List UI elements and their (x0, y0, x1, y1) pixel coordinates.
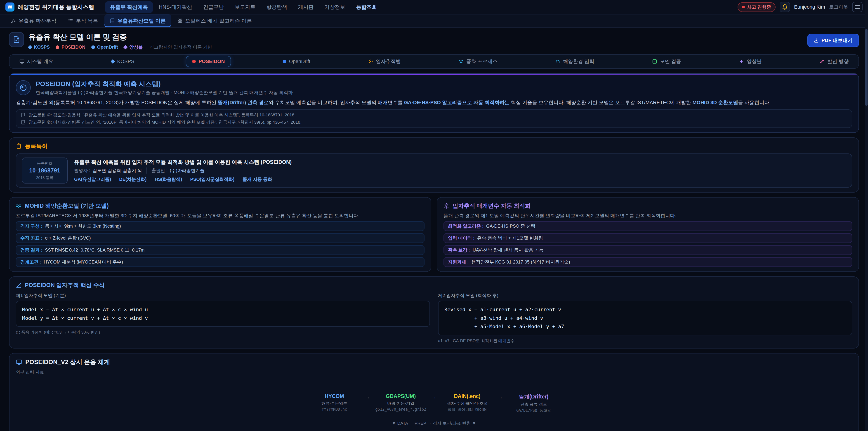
optimization-title-row: 입자추적 매개변수 자동 최적화 (443, 202, 852, 210)
tab-label: 분석 목록 (76, 18, 98, 24)
tag-label: KOSPS (34, 44, 50, 50)
kv-label: 수직 좌표 (20, 235, 42, 241)
patent-meta: 발명자 : 김도연·김용혁·김충기 외 출원인 : (주)아라종합기술 (74, 167, 291, 174)
scrollbar[interactable] (865, 0, 868, 431)
tab-analysis-list[interactable]: 분석 목록 (63, 14, 103, 27)
inventor-names: 김도연·김용혁·김충기 외 (92, 167, 142, 174)
wave-icon (459, 59, 464, 64)
kv-value: σ + Z-level 혼합 (GVC) (45, 235, 91, 241)
pill-poseidon[interactable]: POSEIDON (186, 56, 231, 67)
kv-value: SST RMSE 0.42~0.78°C, SLA RMSE 0.11~0.17… (45, 247, 145, 253)
nav-item-oil-spill-prediction[interactable]: 유출유 확산예측 (105, 1, 153, 13)
pill-label: KOSPS (117, 59, 134, 64)
patent-tag-hs[interactable]: HS(화음탐색) (155, 176, 182, 182)
ruler-icon (16, 282, 22, 288)
optimization-row-algorithm: 최적화 알고리즘 GA·DE·HS·PSO 중 선택 (443, 221, 852, 231)
node-desc: 격자·수심·해안선·조석 (441, 401, 493, 406)
patent-card: 등록특허 등록번호 10-1868791 2018 등록 유출유 확산 예측을 … (9, 137, 859, 192)
kv-value: GA·DE·HS·PSO 중 선택 (486, 223, 535, 229)
notifications-button[interactable] (780, 2, 790, 12)
mohid-row-validation: 검증 결과 SST RMSE 0.42~0.78°C, SLA RMSE 0.1… (16, 245, 425, 255)
mohid-row-vertical: 수직 좌표 σ + Z-level 혼합 (GVC) (16, 233, 425, 243)
logo-icon: W (5, 2, 14, 11)
poseidon-moon-icon (16, 80, 31, 95)
kv-value: UAV·선박 탑재 센서 동시 활용 가능 (473, 247, 544, 253)
tab-model-theory[interactable]: 유출유확산모델 이론 (104, 14, 171, 27)
optimization-row-project: 지원과제 행정안전부 KCG-01-2017-05 (해양경비지원기술) (443, 257, 852, 267)
nav-item-integrated-search[interactable]: 통합조회 (351, 1, 382, 13)
poseidon-title: POSEIDON (입자추적 최적화 예측 시스템) (36, 80, 293, 89)
patent-section-label: 등록특허 (25, 143, 48, 150)
mohid-row-boundary: 경계조건 HYCOM 재분석 (MYOCEAN 대비 우수) (16, 257, 425, 267)
patent-section-title: 등록특허 (16, 143, 852, 150)
nav-item-reports[interactable]: 보고자료 (230, 1, 260, 13)
incident-status-badge[interactable]: 사고 진행중 (738, 2, 776, 12)
scrollbar-thumb[interactable] (865, 29, 868, 106)
patent-tag-drifter[interactable]: 뜰개 자동 동화 (243, 176, 272, 182)
menu-button[interactable] (852, 2, 863, 12)
pill-particle-tracking[interactable]: 입자추적법 (362, 55, 407, 68)
pill-weathering[interactable]: 풍화 프로세스 (452, 55, 504, 68)
patent-item[interactable]: 등록번호 10-1868791 2018 등록 유출유 확산 예측을 위한 입자… (16, 153, 852, 188)
kv-label: 입력 데이터 (448, 235, 474, 241)
formulas-title: POSEIDON 입자추적 핵심 수식 (25, 281, 105, 289)
logout-button[interactable]: 로그아웃 (829, 4, 848, 10)
pill-roadmap[interactable]: 발전 방향 (813, 55, 855, 68)
diamond-icon (28, 45, 32, 50)
cloud-icon (555, 59, 560, 64)
pill-ensemble[interactable]: 앙상블 (733, 55, 768, 68)
kv-label: 최적화 알고리즘 (448, 223, 484, 229)
node-file: g512_v070_erea_*.grib2 (375, 407, 427, 411)
pdf-export-button[interactable]: PDF 내보내기 (807, 34, 859, 47)
books-icon (21, 113, 25, 117)
optimization-row-input: 입력 데이터 유속·풍속 벡터 + 제1모델 변화량 (443, 233, 852, 243)
nav-item-weather-info[interactable]: 기상정보 (320, 1, 350, 13)
patent-tag-pso[interactable]: PSO(입자군집최적화) (190, 176, 235, 182)
nav-item-emergency-rescue[interactable]: 긴급구난 (198, 1, 229, 13)
tag-poseidon: POSEIDON (56, 44, 86, 50)
nav-item-hns-diffusion[interactable]: HNS·대기확산 (154, 1, 197, 13)
page-header: 유출유 확산 모델 이론 및 검증 KOSPS POSEIDON OpenDri… (0, 28, 868, 53)
operation-title-row: POSEIDON_V2 상시 운용 체계 (16, 358, 852, 366)
node-desc: 해류·수온염분 (308, 401, 361, 406)
bell-icon (782, 4, 788, 10)
patent-tag-de[interactable]: DE(차분진화) (119, 176, 147, 182)
pill-label: 풍화 프로세스 (466, 58, 498, 65)
flow-arrow-icon (432, 393, 436, 400)
inventors-group: 발명자 : 김도연·김용혁·김충기 외 (74, 167, 142, 174)
nav-item-aerial-search[interactable]: 항공탐색 (261, 1, 292, 13)
model2-code: Revised_x = a1·current_u + a2·current_v … (438, 301, 852, 335)
pill-label: 시스템 개요 (27, 58, 53, 65)
incident-dot-icon (742, 6, 745, 8)
app-logo[interactable]: W 해양환경 위기대응 통합시스템 (5, 2, 94, 11)
pill-opendrift[interactable]: OpenDrift (276, 56, 317, 67)
mohid-row-grid: 격자 구성 동아시아 9km + 한반도 3km (Nesting) (16, 221, 425, 231)
external-input-label: 외부 입력 자료 (16, 369, 852, 375)
tag-label: OpenDrift (97, 44, 118, 50)
model2-label: 제2 입자추적 모델 (최적화 후) (438, 293, 852, 299)
book-icon (110, 18, 115, 23)
books-icon (21, 120, 25, 125)
text-segment: 와 수치모델 예측값을 비교하여, 입자추적 모델의 매개변수를 (269, 100, 404, 105)
tag-label: POSEIDON (61, 44, 86, 50)
topnav-right: 사고 진행중 Eunjeong Kim 로그아웃 (738, 2, 863, 12)
pill-system-overview[interactable]: 시스템 개요 (13, 55, 60, 68)
red-dot-icon (192, 60, 196, 63)
node-name: HYCOM (308, 393, 361, 399)
pill-kosps[interactable]: KOSPS (105, 56, 141, 67)
patent-tag-ga[interactable]: GA(유전알고리즘) (74, 176, 111, 182)
input-node-hycom: HYCOM 해류·수온염분 YYYYMMDD.nc (308, 393, 361, 411)
pill-ocean-input[interactable]: 해양환경 입력 (549, 55, 600, 68)
gear-icon (443, 203, 450, 209)
check-square-icon (652, 59, 657, 64)
tab-oil-fence-theory[interactable]: 오일펜스 배치 알고리즘 이론 (172, 14, 257, 27)
kv-value: HYCOM 재분석 (MYOCEAN 대비 우수) (43, 259, 123, 265)
top-navigation: W 해양환경 위기대응 통합시스템 유출유 확산예측 HNS·대기확산 긴급구난… (0, 0, 868, 14)
tab-spill-analysis[interactable]: 유출유 확산분석 (5, 14, 62, 27)
pdf-button-label: PDF 내보내기 (822, 37, 852, 44)
nav-item-board[interactable]: 게시판 (293, 1, 319, 13)
tag-label: 앙상블 (129, 44, 143, 50)
applicant-group: 출원인 : (주)아라종합기술 (147, 167, 204, 174)
kv-value: 행정안전부 KCG-01-2017-05 (해양경비지원기술) (471, 259, 570, 265)
pill-validation[interactable]: 모델 검증 (646, 55, 687, 68)
